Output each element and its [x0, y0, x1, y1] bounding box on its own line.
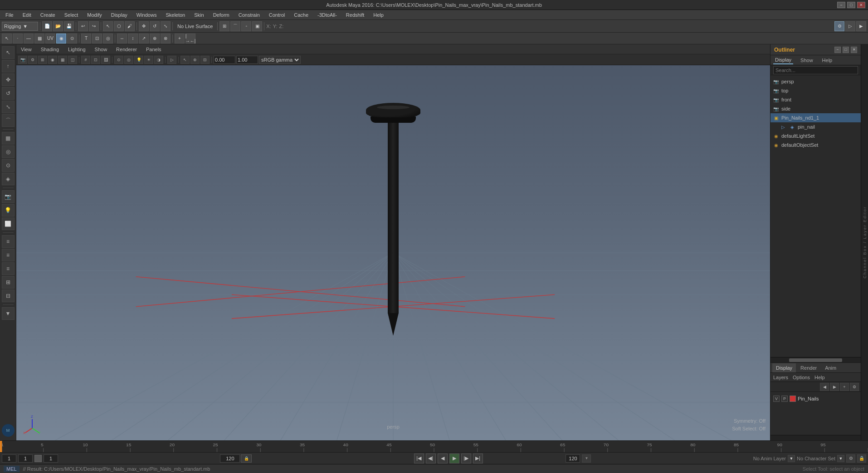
maximize-button[interactable]: □ [847, 2, 855, 8]
move-tool-left-button[interactable]: ✥ [2, 73, 15, 86]
layer-tool-3[interactable]: ≡ [2, 262, 15, 275]
outliner-minimize-button[interactable]: − [834, 47, 841, 53]
anim-layer-tab[interactable]: Anim [821, 363, 840, 372]
vt-light-btn[interactable]: 💡 [134, 56, 143, 64]
menu-skin[interactable]: Skin [190, 11, 207, 19]
layer-tool-5[interactable]: ⊟ [2, 290, 15, 302]
vt-snap-btn[interactable]: ⊙ [114, 56, 123, 64]
close-button[interactable]: ✕ [857, 2, 865, 8]
range-start-input[interactable] [2, 454, 16, 463]
rotate-tool-button[interactable]: ↺ [150, 21, 160, 31]
minus-button[interactable]: |→←| [185, 34, 195, 43]
undo-button[interactable]: ↩ [78, 21, 88, 31]
view-menu[interactable]: View [18, 46, 34, 53]
mel-mode-label[interactable]: MEL [4, 466, 20, 472]
menu-edit[interactable]: Edit [19, 11, 35, 19]
outliner-help-tab[interactable]: Help [820, 57, 834, 64]
save-file-button[interactable]: 💾 [64, 21, 74, 31]
range-end-lock[interactable]: ▼ [582, 454, 591, 463]
scale-tool-button[interactable]: ⤡ [161, 21, 171, 31]
light-button[interactable]: 💡 [2, 204, 15, 217]
rotate-tool-left-button[interactable]: ↺ [2, 87, 15, 100]
plus-button[interactable]: + [175, 34, 185, 43]
outliner-display-tab[interactable]: Display [773, 56, 793, 64]
vt-paint-btn[interactable]: ⊕ [190, 56, 200, 64]
shading-menu[interactable]: Shading [38, 46, 62, 53]
layer-color-swatch[interactable] [790, 396, 796, 402]
outliner-show-tab[interactable]: Show [799, 57, 815, 64]
frame-number-input[interactable] [220, 454, 240, 463]
rot-sym-button[interactable]: ↕ [128, 34, 138, 43]
menu-file[interactable]: File [2, 11, 17, 19]
snap-point-button[interactable]: ◦ [241, 21, 251, 31]
jump-to-end-button[interactable]: ▶| [473, 454, 483, 463]
char-set-dropdown-btn[interactable]: ▼ [837, 455, 844, 462]
help-subtab[interactable]: Help [814, 375, 825, 380]
layer-visible-btn[interactable]: V [773, 396, 780, 402]
gamma-select[interactable]: sRGB gamma [259, 56, 301, 64]
menu-deform[interactable]: Deform [210, 11, 233, 19]
vt-cam-attr-btn[interactable]: ⚙ [28, 56, 37, 64]
vt-wireframe-btn[interactable]: ⊞ [38, 56, 47, 64]
timeline-ruler[interactable]: 1 5 10 15 20 25 30 35 40 45 50 55 60 65 … [0, 441, 868, 452]
soft-select-button[interactable]: ◎ [103, 34, 113, 43]
minimize-button[interactable]: − [837, 2, 845, 8]
vt-render-btn[interactable]: ▷ [167, 56, 176, 64]
layers-subtab[interactable]: Layers [773, 375, 788, 380]
tree-item-top[interactable]: 📷 top [770, 86, 861, 95]
exposure-input[interactable] [214, 56, 235, 64]
menu-3dtoall[interactable]: -3DtoAll- [314, 11, 341, 19]
outliner-hscrollbar[interactable] [770, 357, 861, 362]
redo-button[interactable]: ↪ [89, 21, 99, 31]
tree-item-objectset[interactable]: ◉ defaultObjectSet [770, 140, 861, 150]
tree-item-side[interactable]: 📷 side [770, 104, 861, 113]
layer-fwd-btn[interactable]: ▶ [830, 383, 839, 391]
layer-hscrollbar[interactable] [770, 435, 861, 440]
constraint-tool-button[interactable]: ◈ [2, 173, 15, 185]
tree-item-mesh[interactable]: ▷ ◈ pin_nail [770, 122, 861, 131]
snap-grid-button[interactable]: ⊞ [219, 21, 229, 31]
move-tool-button[interactable]: ✥ [139, 21, 149, 31]
render-button[interactable]: ▷ [845, 21, 855, 31]
outliner-search-input[interactable] [773, 66, 858, 74]
layer-add-btn[interactable]: + [840, 383, 849, 391]
outliner-close-button[interactable]: ✕ [851, 47, 857, 53]
play-back-button[interactable]: ◀ [438, 454, 448, 463]
step-forward-button[interactable]: |▶ [461, 454, 471, 463]
face-select-button[interactable]: ▦ [34, 34, 44, 43]
menu-skeleton[interactable]: Skeleton [162, 11, 189, 19]
mode-dropdown[interactable]: Rigging ▼ [2, 22, 38, 31]
menu-create[interactable]: Create [37, 11, 59, 19]
panels-menu[interactable]: Panels [143, 46, 164, 53]
layer-tool-2[interactable]: ≡ [2, 249, 15, 261]
vertex-select-button[interactable]: · [13, 34, 23, 43]
menu-windows[interactable]: Windows [133, 11, 161, 19]
current-frame-input[interactable] [18, 454, 33, 463]
select-mode-button[interactable]: ↖ [2, 46, 15, 59]
layer-tool-4[interactable]: ⊞ [2, 276, 15, 289]
scale-tool-left-button[interactable]: ⤡ [2, 101, 15, 113]
uv-select-button[interactable]: UV [45, 34, 55, 43]
show-menu[interactable]: Show [92, 46, 110, 53]
menu-help[interactable]: Help [370, 11, 387, 19]
object-select-button[interactable]: ◉ [56, 34, 66, 43]
move-sym-button[interactable]: ↔ [117, 34, 127, 43]
layer-settings-btn[interactable]: ⚙ [850, 383, 859, 391]
poly-plane-button[interactable]: ▦ [2, 132, 15, 145]
lighting-menu[interactable]: Lighting [65, 46, 88, 53]
vt-region-btn[interactable]: ⊟ [200, 56, 210, 64]
scale-sym-button[interactable]: ↗ [139, 34, 149, 43]
frame-lock-btn[interactable]: 🔒 [241, 454, 252, 463]
nurbs-button[interactable]: ◎ [2, 145, 15, 158]
menu-display[interactable]: Display [107, 11, 131, 19]
display-layer-tab[interactable]: Display [772, 363, 796, 372]
render-layer-tab[interactable]: Render [797, 363, 820, 372]
curve-tool-button[interactable]: ⌒ [2, 114, 15, 127]
edge-select-button[interactable]: — [24, 34, 34, 43]
menu-select[interactable]: Select [61, 11, 82, 19]
play-forward-button[interactable]: ▶ [449, 454, 459, 463]
vt-isolate-btn[interactable]: ◎ [124, 56, 133, 64]
paint-tool-button[interactable]: ↑ [2, 60, 15, 72]
snap-surface-button[interactable]: ▣ [252, 21, 262, 31]
step-back-button[interactable]: ◀| [426, 454, 436, 463]
